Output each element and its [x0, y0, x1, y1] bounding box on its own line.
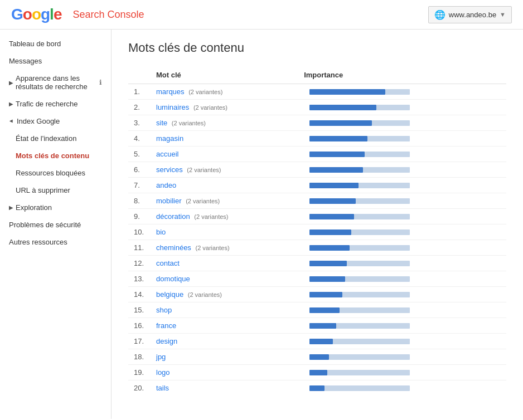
- bar-filled: [309, 167, 363, 173]
- keyword-link[interactable]: france: [156, 321, 176, 330]
- bar-empty: [350, 245, 410, 251]
- rank-cell: 12.: [128, 256, 151, 271]
- bar-container: [309, 322, 410, 330]
- bar-empty: [367, 136, 410, 141]
- bar-container: [309, 104, 410, 111]
- bar-container: [309, 213, 410, 221]
- keyword-cell: france: [151, 318, 304, 334]
- sidebar-item-index-google[interactable]: ▼ Index Google: [0, 113, 111, 130]
- bar-container: [309, 384, 410, 392]
- keyword-link[interactable]: bio: [156, 228, 166, 236]
- variants-label: (2 variantes): [188, 89, 222, 95]
- bar-empty: [356, 198, 410, 204]
- table-row: 19. logo: [128, 365, 506, 380]
- rank-cell: 15.: [128, 302, 151, 318]
- table-row: 12. contact: [128, 256, 506, 271]
- keyword-link[interactable]: accueil: [156, 150, 178, 158]
- rank-cell: 17.: [128, 334, 151, 349]
- keyword-link[interactable]: luminaires: [156, 103, 189, 111]
- rank-cell: 1.: [128, 84, 151, 100]
- table-row: 16. france: [128, 318, 506, 334]
- rank-cell: 7.: [128, 178, 151, 193]
- bar-container: [309, 353, 410, 361]
- chevron-right-icon: ▶: [9, 204, 13, 211]
- rank-cell: 13.: [128, 271, 151, 287]
- keyword-link[interactable]: design: [156, 337, 177, 345]
- bar-container: [309, 260, 410, 267]
- importance-cell: [304, 146, 506, 162]
- bar-empty: [347, 261, 410, 266]
- bar-container: [309, 291, 410, 299]
- table-row: 4. magasin: [128, 131, 506, 146]
- sidebar-item-problemes-securite[interactable]: Problèmes de sécurité: [0, 216, 111, 233]
- site-selector[interactable]: 🌐 www.andeo.be ▼: [428, 6, 512, 23]
- keyword-cell: design: [151, 334, 304, 349]
- table-row: 6. services (2 variantes): [128, 162, 506, 178]
- sidebar-item-mots-cles[interactable]: Mots clés de contenu: [0, 147, 111, 164]
- variants-label: (2 variantes): [187, 167, 221, 173]
- importance-cell: [304, 318, 506, 334]
- bar-empty: [325, 385, 410, 391]
- bar-empty: [363, 167, 410, 173]
- col-keyword-header: Mot clé: [151, 66, 304, 84]
- keyword-link[interactable]: logo: [156, 368, 170, 377]
- bar-filled: [309, 354, 329, 360]
- importance-cell: [304, 162, 506, 178]
- sidebar-item-etat-indexation[interactable]: État de l'indexation: [0, 130, 111, 147]
- bar-empty: [329, 354, 410, 360]
- keyword-link[interactable]: site: [156, 119, 167, 127]
- sidebar-item-trafic[interactable]: ▶ Trafic de recherche: [0, 95, 111, 113]
- keyword-link[interactable]: tails: [156, 384, 169, 392]
- rank-cell: 6.: [128, 162, 151, 178]
- keyword-link[interactable]: domotique: [156, 275, 190, 283]
- bar-empty: [354, 214, 410, 219]
- bar-filled: [309, 245, 350, 251]
- keyword-link[interactable]: magasin: [156, 134, 183, 143]
- bar-filled: [309, 307, 340, 313]
- bar-empty: [327, 370, 410, 375]
- keyword-cell: shop: [151, 302, 304, 318]
- bar-filled: [309, 105, 376, 110]
- keyword-link[interactable]: shop: [156, 306, 172, 314]
- bar-empty: [340, 307, 410, 313]
- keyword-link[interactable]: contact: [156, 259, 180, 267]
- table-row: 18. jpg: [128, 349, 506, 365]
- variants-label: (2 variantes): [196, 245, 230, 251]
- keyword-link[interactable]: mobilier: [156, 197, 182, 205]
- keyword-link[interactable]: belgique: [156, 290, 183, 299]
- bar-empty: [336, 323, 410, 329]
- keyword-link[interactable]: cheminées: [156, 243, 191, 252]
- chevron-right-icon: ▶: [9, 80, 13, 86]
- variants-label: (2 variantes): [194, 213, 228, 220]
- sidebar-item-autres-ressources[interactable]: Autres ressources: [0, 233, 111, 251]
- main-content: Mots clés de contenu Mot clé Importance …: [112, 30, 523, 419]
- keyword-cell: andeo: [151, 178, 304, 193]
- keyword-cell: services (2 variantes): [151, 162, 304, 178]
- bar-container: [309, 197, 410, 205]
- sidebar-item-exploration[interactable]: ▶ Exploration: [0, 199, 111, 216]
- bar-container: [309, 150, 410, 158]
- keyword-cell: logo: [151, 365, 304, 380]
- keyword-link[interactable]: andeo: [156, 181, 176, 189]
- sidebar-item-ressources-bloquees[interactable]: Ressources bloquées: [0, 164, 111, 182]
- sidebar-item-messages[interactable]: Messages: [0, 52, 111, 70]
- rank-cell: 14.: [128, 287, 151, 302]
- bar-container: [309, 135, 410, 143]
- variants-label: (2 variantes): [193, 104, 227, 111]
- keyword-link[interactable]: marques: [156, 87, 185, 96]
- keyword-link[interactable]: décoration: [156, 212, 190, 221]
- sidebar: Tableau de bord Messages ▶ Apparence dan…: [0, 30, 112, 419]
- keyword-link[interactable]: services: [156, 165, 183, 174]
- col-rank-header: [128, 66, 151, 84]
- sidebar-item-apparence[interactable]: ▶ Apparence dans les résultats de recher…: [0, 70, 111, 95]
- sidebar-item-tableau-de-bord[interactable]: Tableau de bord: [0, 35, 111, 52]
- sidebar-item-url-supprimer[interactable]: URL à supprimer: [0, 182, 111, 199]
- bar-container: [309, 166, 410, 174]
- bar-empty: [333, 339, 410, 344]
- keyword-link[interactable]: jpg: [156, 353, 166, 361]
- bar-container: [309, 228, 410, 236]
- info-icon[interactable]: ℹ: [99, 79, 102, 86]
- keyword-cell: mobilier (2 variantes): [151, 193, 304, 209]
- rank-cell: 16.: [128, 318, 151, 334]
- bar-filled: [309, 229, 351, 235]
